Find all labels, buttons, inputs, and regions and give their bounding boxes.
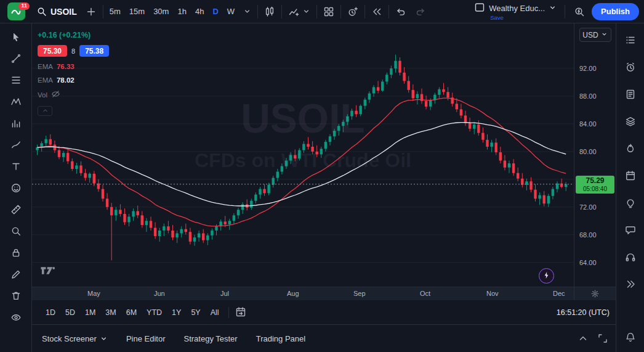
emoji-icon[interactable]	[7, 179, 25, 197]
indicator-value: 76.33	[57, 63, 74, 70]
chat-icon[interactable]	[622, 221, 639, 239]
fib-retracement-icon[interactable]	[7, 72, 25, 89]
range-5y[interactable]: 5Y	[186, 306, 205, 319]
hide-all-icon[interactable]	[7, 309, 25, 326]
range-3m[interactable]: 3M	[100, 306, 121, 319]
bottom-panel-tabs: Stock ScreenerPine EditorStrategy Tester…	[42, 334, 305, 343]
range-all[interactable]: All	[206, 306, 224, 319]
range-1d[interactable]: 1D	[41, 306, 60, 319]
cursor-icon[interactable]	[7, 28, 25, 46]
xabcd-pattern-icon[interactable]	[7, 93, 25, 110]
layout-grid-button[interactable]	[319, 3, 339, 20]
indicator-name: EMA	[38, 63, 53, 70]
brush-icon[interactable]	[7, 136, 25, 153]
news-icon[interactable]	[622, 86, 639, 103]
timeframe-30m[interactable]: 30m	[149, 3, 173, 20]
timeframe-5m[interactable]: 5m	[105, 3, 125, 20]
object-tree-icon[interactable]	[622, 113, 639, 130]
workspace: USOIL CFDs on WTI Crude Oil +0.16 (+0.21…	[0, 23, 644, 352]
range-1y[interactable]: 1Y	[167, 306, 186, 319]
replay-icon	[371, 6, 382, 17]
timeframe-4h[interactable]: 4h	[191, 3, 208, 20]
volume-legend-row[interactable]: Vol	[38, 89, 109, 100]
zoom-icon[interactable]	[7, 223, 25, 240]
quick-trade-bolt-button[interactable]	[539, 268, 554, 284]
panel-expand-button[interactable]	[578, 333, 589, 344]
watchlist-icon[interactable]	[622, 31, 639, 49]
tradingview-logo[interactable]	[40, 266, 60, 278]
chevron-up-icon	[42, 107, 49, 116]
x-axis-label: Oct	[420, 290, 430, 297]
chart-settings-gear-button[interactable]	[590, 289, 600, 298]
range-ytd[interactable]: YTD	[142, 306, 167, 319]
timeframe-w[interactable]: W	[223, 3, 239, 20]
tab-trading-panel[interactable]: Trading Panel	[256, 334, 305, 343]
y-axis-label: 80.00	[579, 148, 597, 155]
text-icon[interactable]	[7, 158, 25, 175]
go-to-date-button[interactable]	[233, 305, 248, 321]
lock-all-icon[interactable]	[7, 244, 25, 261]
currency-select-button[interactable]: USD	[579, 28, 611, 42]
symbol-search-button[interactable]: USOIL	[32, 3, 81, 20]
toolbar-divider	[388, 5, 389, 18]
hotlists-icon[interactable]	[622, 140, 639, 157]
utc-clock[interactable]: 16:51:20 (UTC)	[557, 308, 610, 317]
tab-strategy-tester[interactable]: Strategy Tester	[183, 334, 237, 343]
price-axis[interactable]: USD 92.0088.0084.0080.0076.0072.0068.006…	[574, 23, 616, 287]
delete-icon[interactable]	[7, 287, 25, 305]
time-axis-labels: MayJunJulAugSepOctNovDec	[32, 287, 574, 300]
tab-stock-screener[interactable]: Stock Screener	[42, 334, 108, 343]
x-axis-label: Sep	[353, 290, 366, 297]
timeframe-dropdown-button[interactable]	[239, 3, 256, 20]
tradingview-app: 11 USOIL 5m15m30m1h4hDW We	[0, 0, 644, 352]
alerts-icon[interactable]	[622, 59, 639, 76]
ema-legend-row[interactable]: EMA 76.33	[38, 63, 109, 70]
timeframe-15m[interactable]: 15m	[125, 3, 149, 20]
forecast-icon[interactable]	[7, 115, 25, 132]
time-axis[interactable]: MayJunJulAugSepOctNovDec	[32, 287, 616, 300]
chevron-down-icon	[100, 335, 108, 343]
range-1m[interactable]: 1M	[80, 306, 100, 319]
undo-button[interactable]	[391, 3, 411, 20]
streams-icon[interactable]	[622, 248, 639, 266]
layout-square-icon	[474, 2, 485, 15]
legend-collapse-button[interactable]	[38, 106, 52, 116]
ema-legend-row[interactable]: EMA 78.02	[38, 76, 109, 84]
chart-style-button[interactable]	[260, 3, 280, 20]
logo[interactable]: 11	[0, 2, 32, 20]
x-axis-label: Nov	[486, 290, 499, 297]
y-axis-label: 88.00	[579, 92, 597, 100]
buy-button[interactable]: 75.38	[79, 45, 109, 57]
notifications-icon[interactable]	[622, 329, 639, 346]
sell-button[interactable]: 75.30	[38, 45, 67, 57]
ideas-icon[interactable]	[622, 194, 639, 211]
redo-icon	[415, 6, 426, 17]
bar-replay-button[interactable]	[367, 3, 387, 20]
measure-icon[interactable]	[7, 201, 25, 218]
indicators-button[interactable]	[284, 3, 315, 20]
panel-maximize-button[interactable]	[597, 333, 608, 344]
chart-canvas[interactable]	[32, 23, 574, 287]
compare-add-symbol-button[interactable]	[81, 3, 101, 20]
tab-pine-editor[interactable]: Pine Editor	[126, 334, 166, 343]
indicator-value: 78.02	[57, 76, 74, 84]
plus-icon	[86, 6, 97, 17]
quick-search-button[interactable]	[570, 3, 589, 20]
redo-button[interactable]	[411, 3, 430, 20]
chart-plot[interactable]: USOIL CFDs on WTI Crude Oil +0.16 (+0.21…	[32, 23, 574, 287]
edit-icon[interactable]	[7, 266, 25, 283]
publish-button[interactable]: Publish	[592, 3, 639, 20]
eye-off-icon[interactable]	[51, 89, 60, 100]
create-alert-button[interactable]	[343, 3, 363, 20]
timeframe-1h[interactable]: 1h	[173, 3, 190, 20]
range-6m[interactable]: 6M	[121, 306, 142, 319]
range-5d[interactable]: 5D	[60, 306, 80, 319]
trend-line-icon[interactable]	[7, 50, 25, 67]
calendar-icon[interactable]	[622, 167, 639, 184]
layout-select-button[interactable]: Wealthy Educ... Save	[470, 1, 560, 22]
y-axis-label: 92.00	[579, 65, 597, 72]
save-layout-link[interactable]: Save	[490, 14, 504, 21]
timeframe-d[interactable]: D	[208, 3, 222, 20]
right-sidebar	[616, 23, 644, 352]
shorts-icon[interactable]	[622, 276, 639, 293]
